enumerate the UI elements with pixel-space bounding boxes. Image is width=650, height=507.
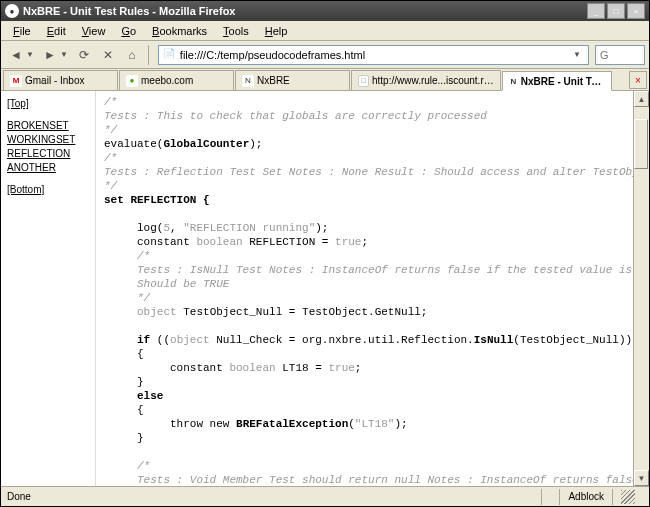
tab-nxbre[interactable]: N NxBRE: [235, 70, 350, 90]
scroll-up-button[interactable]: ▲: [634, 91, 649, 107]
menu-tools[interactable]: Tools: [215, 23, 257, 39]
stop-button[interactable]: ✕: [97, 44, 119, 66]
code-view[interactable]: /* Tests : This to check that globals ar…: [96, 91, 633, 486]
back-button[interactable]: ◄: [5, 44, 27, 66]
gmail-icon: M: [10, 75, 22, 87]
status-adblock[interactable]: Adblock: [559, 489, 612, 505]
back-dropdown[interactable]: ▼: [26, 50, 34, 59]
code-line: object TestObject_Null = TestObject.GetN…: [104, 305, 625, 319]
tab-label: NxBRE: [257, 75, 290, 86]
code-line: constant boolean LT18 = true;: [104, 361, 625, 375]
code-line: {: [104, 403, 625, 417]
code-line: {: [104, 347, 625, 361]
toolbar: ◄ ▼ ► ▼ ⟳ ✕ ⌂ 📄 ▼ G: [1, 41, 649, 69]
code-line: Should be TRUE: [104, 277, 625, 291]
scroll-track[interactable]: [634, 107, 649, 470]
sidebar-link-reflection[interactable]: REFLECTION: [7, 147, 89, 161]
sidebar-link-another[interactable]: ANOTHER: [7, 161, 89, 175]
menu-go[interactable]: Go: [113, 23, 144, 39]
window-controls: _ □ ×: [587, 3, 645, 19]
reload-button[interactable]: ⟳: [73, 44, 95, 66]
search-box[interactable]: G: [595, 45, 645, 65]
toolbar-separator: [148, 45, 149, 65]
minimize-button[interactable]: _: [587, 3, 605, 19]
code-line: evaluate(GlobalCounter);: [104, 137, 625, 151]
code-line: set REFLECTION {: [104, 193, 625, 207]
status-spacer: [541, 489, 559, 505]
menu-bookmarks[interactable]: Bookmarks: [144, 23, 215, 39]
search-icon: G: [600, 49, 609, 61]
meebo-icon: ●: [126, 75, 138, 87]
code-line: /*: [104, 459, 625, 473]
code-line: else: [104, 389, 625, 403]
menu-file[interactable]: File: [5, 23, 39, 39]
tab-unit-test-rules[interactable]: N NxBRE - Unit Test Rules: [502, 71, 612, 91]
address-input[interactable]: [180, 49, 570, 61]
maximize-button[interactable]: □: [607, 3, 625, 19]
scroll-down-button[interactable]: ▼: [634, 470, 649, 486]
menu-view[interactable]: View: [74, 23, 114, 39]
forward-dropdown[interactable]: ▼: [60, 50, 68, 59]
code-line: Tests : IsNull Test Notes : InstanceOf r…: [104, 263, 625, 277]
status-text: Done: [7, 489, 541, 505]
nxbre-icon: N: [242, 75, 254, 87]
titlebar: ● NxBRE - Unit Test Rules - Mozilla Fire…: [1, 1, 649, 21]
code-line: [104, 319, 625, 333]
address-bar[interactable]: 📄 ▼: [158, 45, 589, 65]
tab-label: meebo.com: [141, 75, 193, 86]
code-line: Tests : Void Member Test should return n…: [104, 473, 625, 486]
menu-edit[interactable]: Edit: [39, 23, 74, 39]
tab-label: http://www.rule...iscount.ruleml: [372, 75, 494, 86]
vertical-scrollbar[interactable]: ▲ ▼: [633, 91, 649, 486]
code-line: */: [104, 123, 625, 137]
statusbar: Done Adblock: [1, 486, 649, 506]
code-line: if ((object Null_Check = org.nxbre.util.…: [104, 333, 625, 347]
sidebar-link-brokenset[interactable]: BROKENSET: [7, 119, 89, 133]
tab-label: Gmail - Inbox: [25, 75, 84, 86]
sidebar: [Top] BROKENSET WORKINGSET REFLECTION AN…: [1, 91, 96, 486]
code-line: /*: [104, 151, 625, 165]
code-line: throw new BREFatalException("LT18");: [104, 417, 625, 431]
content-area: [Top] BROKENSET WORKINGSET REFLECTION AN…: [1, 91, 649, 486]
code-line: */: [104, 179, 625, 193]
code-line: */: [104, 291, 625, 305]
code-line: /*: [104, 249, 625, 263]
tab-gmail[interactable]: M Gmail - Inbox: [3, 70, 118, 90]
nxbre-icon: N: [509, 75, 518, 87]
code-line: Tests : Reflection Test Set Notes : None…: [104, 165, 625, 179]
code-line: /*: [104, 95, 625, 109]
resize-grip[interactable]: [612, 489, 643, 505]
page-icon: 📄: [163, 48, 177, 62]
tab-ruleml[interactable]: □ http://www.rule...iscount.ruleml: [351, 70, 501, 90]
tab-meebo[interactable]: ● meebo.com: [119, 70, 234, 90]
sidebar-link-workingset[interactable]: WORKINGSET: [7, 133, 89, 147]
home-button[interactable]: ⌂: [121, 44, 143, 66]
forward-button[interactable]: ►: [39, 44, 61, 66]
code-line: [104, 207, 625, 221]
code-line: }: [104, 375, 625, 389]
window-title: NxBRE - Unit Test Rules - Mozilla Firefo…: [23, 5, 587, 17]
menubar: File Edit View Go Bookmarks Tools Help: [1, 21, 649, 41]
code-line: log(5, "REFLECTION running");: [104, 221, 625, 235]
code-line: [104, 445, 625, 459]
tab-label: NxBRE - Unit Test Rules: [521, 76, 605, 87]
page-icon: □: [358, 75, 369, 87]
tabstrip-close-button[interactable]: ×: [629, 71, 647, 89]
address-dropdown[interactable]: ▼: [570, 50, 584, 59]
tabstrip: M Gmail - Inbox ● meebo.com N NxBRE □ ht…: [1, 69, 649, 91]
menu-help[interactable]: Help: [257, 23, 296, 39]
code-line: constant boolean REFLECTION = true;: [104, 235, 625, 249]
scroll-thumb[interactable]: [634, 119, 648, 169]
firefox-icon: ●: [5, 4, 19, 18]
sidebar-top-link[interactable]: [Top]: [7, 97, 89, 111]
code-line: }: [104, 431, 625, 445]
close-button[interactable]: ×: [627, 3, 645, 19]
code-line: Tests : This to check that globals are c…: [104, 109, 625, 123]
sidebar-bottom-link[interactable]: [Bottom]: [7, 183, 89, 197]
